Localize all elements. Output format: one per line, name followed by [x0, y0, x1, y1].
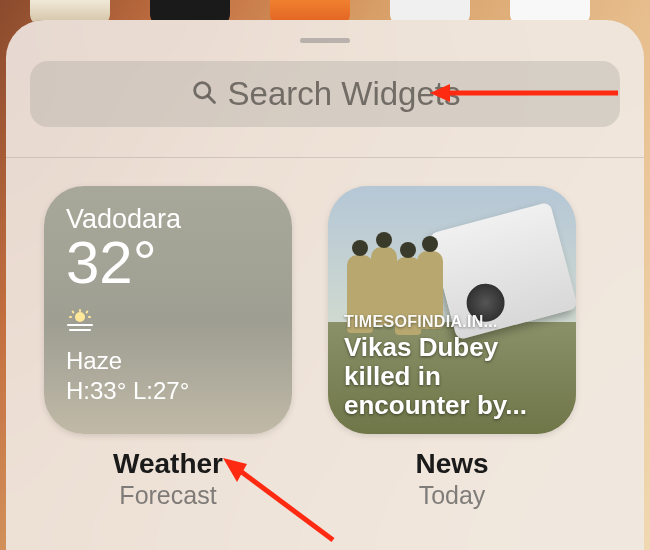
- widget-item-weather[interactable]: Vadodara 32°: [44, 186, 292, 510]
- weather-highlow: H:33° L:27°: [66, 377, 270, 405]
- sheet-grabber[interactable]: [300, 38, 350, 43]
- news-source: TIMESOFINDIA.IN...: [344, 313, 562, 331]
- haze-icon: [66, 309, 270, 339]
- widget-caption-title: Weather: [44, 448, 292, 480]
- widget-gallery-sheet: Search Widgets Vadodara 32°: [6, 20, 644, 550]
- widgets-row: Vadodara 32°: [6, 158, 644, 510]
- widget-caption-sub: Forecast: [44, 481, 292, 510]
- search-placeholder: Search Widgets: [228, 75, 461, 113]
- svg-point-2: [75, 312, 85, 322]
- widget-item-news[interactable]: TIMESOFINDIA.IN... Vikas Dubey killed in…: [328, 186, 576, 510]
- svg-rect-4: [69, 316, 72, 318]
- weather-widget-tile[interactable]: Vadodara 32°: [44, 186, 292, 434]
- widget-caption-sub: Today: [328, 481, 576, 510]
- weather-condition: Haze: [66, 347, 270, 375]
- news-headline: Vikas Dubey killed in encounter by...: [344, 333, 562, 420]
- svg-rect-6: [71, 310, 74, 314]
- svg-line-1: [208, 96, 214, 102]
- widget-caption-title: News: [328, 448, 576, 480]
- search-icon: [190, 78, 218, 110]
- svg-rect-5: [88, 316, 91, 318]
- svg-rect-3: [79, 309, 81, 312]
- news-widget-tile[interactable]: TIMESOFINDIA.IN... Vikas Dubey killed in…: [328, 186, 576, 434]
- svg-rect-7: [85, 310, 88, 314]
- search-widgets-bar[interactable]: Search Widgets: [30, 61, 620, 127]
- weather-temperature: 32°: [66, 233, 270, 293]
